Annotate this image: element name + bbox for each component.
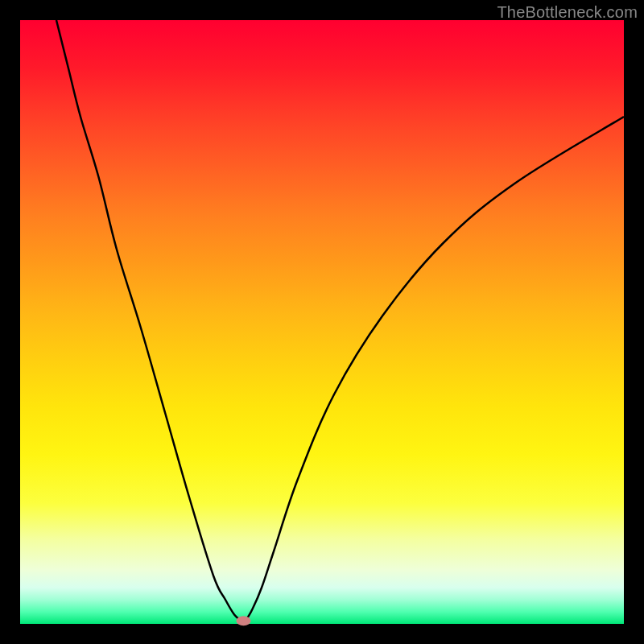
- watermark-text: TheBottleneck.com: [497, 3, 638, 22]
- plot-area: [20, 20, 624, 624]
- minimum-marker: [237, 616, 251, 625]
- chart-frame: TheBottleneck.com: [0, 0, 644, 644]
- bottleneck-curve: [56, 20, 624, 621]
- curve-svg: [20, 20, 624, 624]
